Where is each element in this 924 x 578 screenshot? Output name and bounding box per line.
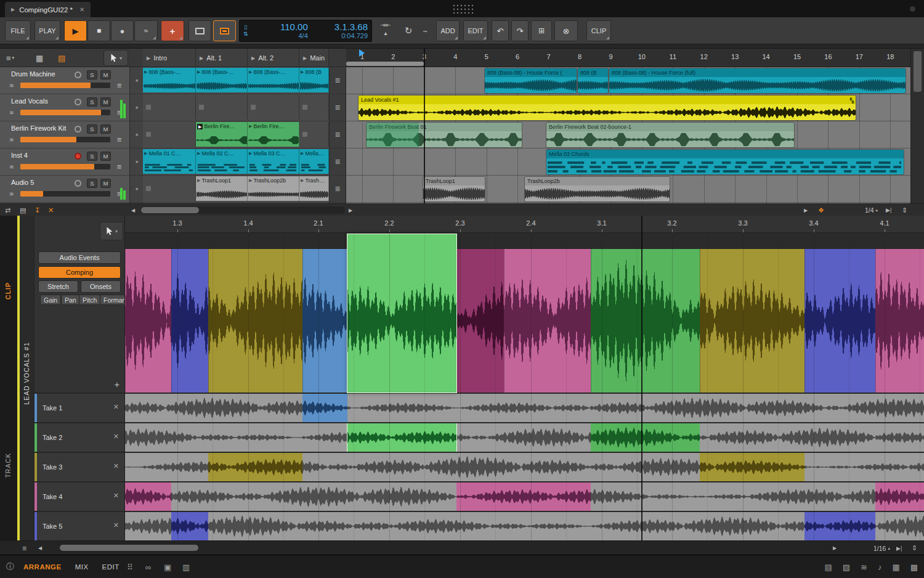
clip-slot[interactable]: ▶Berlin Fire…	[196, 122, 248, 147]
stop-button[interactable]: ■	[87, 20, 110, 41]
scene-play-icon[interactable]: ▶	[200, 55, 203, 61]
browser-panel-icon[interactable]: ▩	[910, 563, 918, 572]
comp-segment[interactable]	[591, 249, 700, 393]
scene-play-icon[interactable]: ▶	[303, 55, 307, 61]
clip-play-icon[interactable]: ▶	[197, 70, 200, 75]
lanes-view-icon[interactable]: ▤	[58, 51, 65, 65]
take-label-row[interactable]: Take 4✕	[34, 481, 124, 511]
zoom-to-end-icon[interactable]: ▶|	[886, 204, 891, 216]
footer-tab-arrange[interactable]: ARRANGE	[23, 563, 62, 571]
arranger-timeline[interactable]: 808 (Bass-08) - House Force (808 (B808 (…	[346, 49, 910, 203]
comp-lane[interactable]	[125, 249, 924, 393]
timeline-clip[interactable]: TrashLoop1	[423, 177, 485, 201]
transport-display[interactable]: ▯ ⇅ 110.00 4/4 3.1.3.68 0:04.729	[239, 20, 372, 42]
comp-region[interactable]	[875, 482, 924, 511]
pitch-button[interactable]: Pitch	[79, 295, 100, 305]
clip-play-icon[interactable]: ▶	[249, 151, 252, 156]
clip-slot[interactable]: ▶Mella…	[299, 149, 329, 174]
track-menu-icon[interactable]: ≣	[117, 163, 122, 170]
track-header[interactable]: Berlin Firework KitSM≋≣	[0, 121, 129, 149]
dashboard-dots-icon[interactable]: ⠿	[127, 555, 133, 578]
scene-play-icon[interactable]: ▶	[147, 55, 150, 61]
timeline-clip[interactable]: Berlin Firework Beat 01	[367, 123, 522, 147]
scene-play-icon[interactable]: ▶	[251, 55, 255, 61]
scene-track-menu-icon[interactable]: ≣	[330, 67, 346, 94]
solo-button[interactable]: S	[87, 152, 97, 161]
scene-track-menu-icon[interactable]: ≣	[330, 149, 346, 176]
take-lane[interactable]	[125, 393, 924, 422]
clip-play-icon[interactable]: ▶	[144, 151, 147, 156]
track-header[interactable]: Lead VocalsSM≋≣	[0, 94, 129, 121]
swing-button[interactable]: ~	[419, 20, 431, 41]
comp-segment[interactable]	[125, 249, 171, 393]
arranger-vscrollbar[interactable]	[910, 49, 924, 203]
scene-track-menu-icon[interactable]: ≣	[330, 121, 346, 149]
record-arm-button[interactable]	[75, 180, 81, 187]
clip-slot[interactable]: ▶808 (Bass-…	[143, 68, 196, 92]
timeline-clip[interactable]: 808 (B	[578, 68, 608, 93]
comp-region[interactable]	[591, 423, 700, 452]
editor-h-scrollbar[interactable]	[49, 544, 829, 552]
remove-take-icon[interactable]: ✕	[113, 521, 119, 529]
comp-segment[interactable]	[700, 249, 804, 393]
editor-pointer-tool-button[interactable]: ▾	[100, 222, 123, 240]
take-label-row[interactable]: Take 1✕	[34, 393, 124, 422]
clip-slot[interactable]	[143, 95, 196, 120]
track-header[interactable]: Drum MachineSM≋≣	[0, 67, 129, 94]
clip-play-icon[interactable]: ▶	[197, 178, 200, 183]
clip-slot[interactable]	[196, 95, 248, 120]
timeline-clip[interactable]: 808 (Bass-08) - House Force (full)	[609, 68, 906, 93]
track-header[interactable]: Audio 5SM≋≣	[0, 176, 129, 203]
time-value[interactable]: 0:04.729	[341, 32, 368, 40]
undo-button[interactable]: ↶	[492, 20, 509, 41]
close-tab-icon[interactable]: ✕	[79, 6, 84, 13]
focus-window-icon[interactable]: ▣	[164, 555, 171, 578]
record-arm-button[interactable]	[75, 99, 81, 105]
arranger-vzoom-icon[interactable]: ⇕	[902, 204, 907, 216]
editor-grid-zoom[interactable]: 1/16▴	[873, 541, 890, 555]
solo-button[interactable]: S	[87, 179, 97, 188]
remove-take-icon[interactable]: ✕	[113, 403, 119, 411]
clip-stop-button[interactable]: ■	[130, 121, 144, 149]
playback-start-marker[interactable]	[359, 49, 365, 57]
take-lane[interactable]	[125, 422, 924, 452]
editor-zoom-to-end-icon[interactable]: ▶|	[896, 541, 902, 555]
scene-header[interactable]: ▶Intro	[143, 49, 196, 67]
tab-track[interactable]: TRACK	[4, 453, 12, 478]
comp-region[interactable]	[302, 394, 347, 422]
clip-slot[interactable]: ▶Trash…	[299, 176, 329, 201]
mute-button[interactable]: M	[100, 70, 111, 79]
take-lane[interactable]	[125, 452, 924, 481]
add-button[interactable]: ADD	[436, 20, 460, 41]
play-menu-button[interactable]: PLAY	[34, 20, 60, 41]
mute-button[interactable]: M	[100, 124, 111, 134]
editor-vzoom-icon[interactable]: ⇕	[912, 541, 917, 555]
solo-button[interactable]: S	[87, 97, 97, 107]
automation-write-button[interactable]: ≈	[134, 20, 158, 41]
clip-play-icon[interactable]: ▶	[197, 124, 203, 129]
onsets-button[interactable]: Onsets	[81, 280, 121, 293]
comp-segment[interactable]	[456, 249, 504, 393]
tap-tempo-icon[interactable]: ▯	[244, 25, 247, 30]
arranger-grid-zoom[interactable]: 1/4▴	[865, 204, 878, 216]
remove-take-icon[interactable]: ✕	[113, 433, 119, 441]
clip-slot[interactable]	[299, 95, 329, 120]
scene-header[interactable]: ▶Main	[299, 49, 329, 67]
take-label-row[interactable]: Take 3✕	[34, 452, 124, 481]
io-panel-icon[interactable]: ▤	[824, 563, 832, 572]
mute-button[interactable]: M	[100, 97, 111, 107]
comp-region[interactable]	[804, 512, 875, 540]
solo-button[interactable]: S	[87, 124, 97, 134]
clip-slot[interactable]	[143, 176, 196, 201]
record-arm-button[interactable]	[75, 71, 81, 78]
clip-play-icon[interactable]: ▶	[144, 70, 147, 75]
clip-slot[interactable]: ▶Mella 03 C…	[248, 149, 299, 174]
link-icon[interactable]: ∞	[145, 555, 151, 578]
clip-play-icon[interactable]: ▶	[249, 124, 252, 129]
editor-ruler[interactable]: 1.31.42.12.22.32.43.13.23.33.44.1	[125, 216, 924, 233]
clip-slot[interactable]	[299, 122, 329, 147]
comp-segment[interactable]	[504, 249, 591, 393]
comp-region[interactable]	[456, 482, 591, 511]
take-lane[interactable]	[125, 481, 924, 511]
mixer-layout-toggle[interactable]	[213, 20, 236, 41]
